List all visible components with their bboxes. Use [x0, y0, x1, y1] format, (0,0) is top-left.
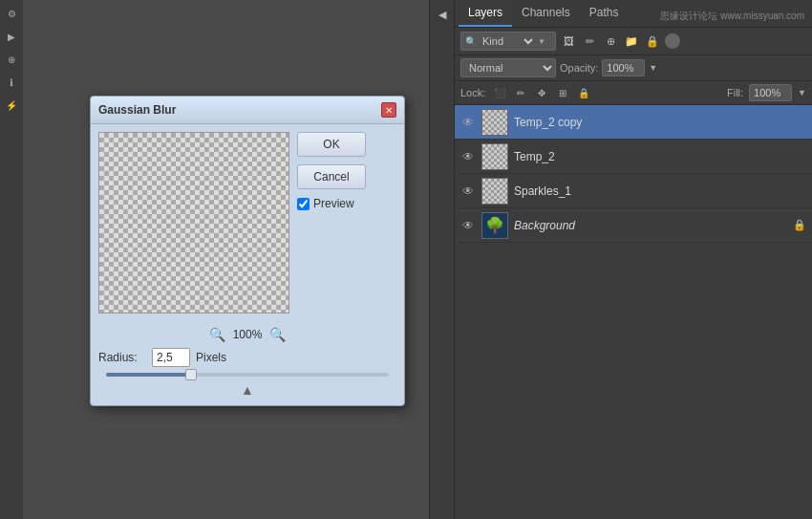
zoom-out-icon[interactable]: 🔍 — [209, 327, 225, 342]
radius-unit: Pixels — [196, 351, 226, 364]
gaussian-blur-dialog: Gaussian Blur ✕ OK Cancel P — [90, 96, 405, 406]
radius-row: Radius: Pixels — [98, 348, 396, 367]
preview-checkbox-row[interactable]: Preview — [297, 197, 354, 210]
watermark: 思缘设计论坛 www.missyuan.com — [656, 6, 808, 27]
left-toolbar: ⚙ ▶ ⊕ ℹ ⚡ — [0, 0, 23, 519]
tab-layers[interactable]: Layers — [459, 0, 512, 27]
preview-label: Preview — [313, 197, 354, 210]
tool-icon-1[interactable]: ⚙ — [2, 4, 21, 23]
lock-bar: Lock: ⬛ ✏ ✥ ⊞ 🔒 Fill: ▼ — [455, 81, 812, 105]
radius-label: Radius: — [98, 351, 146, 364]
dialog-controls: OK Cancel Preview — [297, 132, 366, 314]
ok-button[interactable]: OK — [297, 132, 366, 157]
layer-name-1: Temp_2 copy — [514, 116, 806, 129]
layer-thumbnail-2 — [481, 143, 508, 170]
kind-search-box[interactable]: 🔍 Kind ▼ — [460, 32, 556, 51]
search-icon: 🔍 — [465, 36, 477, 47]
layer-item-temp2copy[interactable]: 👁 Temp_2 copy — [455, 105, 812, 140]
canvas-area: Gaussian Blur ✕ OK Cancel P — [23, 0, 429, 519]
radius-slider-track[interactable] — [106, 373, 389, 377]
radius-slider-container — [98, 373, 396, 377]
lock-all-icon[interactable]: 🔒 — [575, 84, 592, 101]
fill-dropdown-icon: ▼ — [798, 88, 806, 97]
tool-icon-3[interactable]: ⊕ — [2, 50, 21, 69]
tab-channels[interactable]: Channels — [512, 0, 580, 27]
lock-label: Lock: — [460, 87, 485, 98]
blend-bar: Normal Opacity: ▼ — [455, 55, 812, 81]
lock-move-icon[interactable]: ✥ — [533, 84, 550, 101]
kind-dropdown-icon: ▼ — [538, 37, 545, 46]
mini-tool-1[interactable]: ◀ — [432, 4, 453, 25]
panel-tabs: Layers Channels Paths 思缘设计论坛 www.missyua… — [455, 0, 812, 28]
dialog-body: OK Cancel Preview — [91, 124, 404, 321]
layer-name-2: Temp_2 — [514, 150, 806, 163]
layers-search-bar: 🔍 Kind ▼ 🖼 ✏ ⊕ 📁 🔒 — [455, 28, 812, 55]
filter-toggle[interactable] — [665, 33, 680, 49]
zoom-row: 🔍 100% 🔍 — [98, 327, 396, 342]
filter-icon-5[interactable]: 🔒 — [644, 32, 661, 50]
layer-thumbnail-1 — [481, 109, 508, 136]
dialog-titlebar: Gaussian Blur ✕ — [91, 97, 404, 124]
filter-icon-4[interactable]: 📁 — [623, 32, 640, 50]
layer-item-sparkles[interactable]: 👁 Sparkles_1 — [455, 174, 812, 208]
tool-icon-4[interactable]: ℹ — [2, 73, 21, 92]
filter-icons: 🖼 ✏ ⊕ 📁 🔒 — [560, 32, 661, 50]
layer-name-3: Sparkles_1 — [514, 184, 806, 198]
layer-thumbnail-4: 🌳 — [481, 212, 508, 239]
radius-input[interactable] — [152, 348, 190, 367]
layer-tree-icon: 🌳 — [482, 213, 507, 238]
layer-name-4: Background — [514, 219, 787, 232]
right-panel: Layers Channels Paths 思缘设计论坛 www.missyua… — [454, 0, 812, 519]
fill-input[interactable] — [749, 84, 792, 101]
opacity-dropdown-icon: ▼ — [649, 63, 657, 73]
slider-triangle: ▲ — [98, 382, 396, 398]
filter-icon-2[interactable]: ✏ — [581, 32, 598, 50]
layer-visibility-3[interactable]: 👁 — [460, 184, 476, 199]
right-mini-toolbar: ◀ — [429, 0, 454, 519]
cancel-button[interactable]: Cancel — [297, 164, 366, 189]
close-icon: ✕ — [385, 105, 393, 116]
layer-visibility-1[interactable]: 👁 — [460, 115, 476, 130]
lock-artboard-icon[interactable]: ⊞ — [554, 84, 571, 101]
tab-paths[interactable]: Paths — [580, 0, 629, 27]
slider-fill — [106, 373, 191, 377]
close-button[interactable]: ✕ — [381, 102, 396, 118]
dialog-overlay: Gaussian Blur ✕ OK Cancel P — [23, 0, 429, 519]
filter-icon-3[interactable]: ⊕ — [602, 32, 619, 50]
layer-visibility-2[interactable]: 👁 — [460, 149, 476, 164]
kind-select[interactable]: Kind — [479, 34, 536, 48]
dialog-footer: 🔍 100% 🔍 Radius: Pixels — [91, 321, 404, 405]
lock-transparent-icon[interactable]: ⬛ — [491, 84, 508, 101]
opacity-label: Opacity: — [560, 62, 598, 74]
dialog-title: Gaussian Blur — [98, 103, 381, 117]
layer-item-background[interactable]: 👁 🌳 Background 🔒 — [455, 208, 812, 243]
layers-list: 👁 Temp_2 copy 👁 Temp_2 👁 Sparkles_1 👁 🌳 … — [455, 105, 812, 519]
tool-icon-2[interactable]: ▶ — [2, 27, 21, 46]
slider-thumb[interactable] — [185, 369, 197, 380]
layer-visibility-4[interactable]: 👁 — [460, 218, 476, 233]
preview-canvas[interactable] — [98, 132, 289, 314]
opacity-input[interactable] — [602, 59, 645, 76]
layer-item-temp2[interactable]: 👁 Temp_2 — [455, 140, 812, 174]
lock-icons: ⬛ ✏ ✥ ⊞ 🔒 — [491, 84, 592, 101]
preview-checkbox-input[interactable] — [297, 198, 310, 210]
layer-thumbnail-3 — [481, 178, 508, 205]
tool-icon-5[interactable]: ⚡ — [2, 96, 21, 115]
filter-icon-1[interactable]: 🖼 — [560, 32, 577, 50]
zoom-in-icon[interactable]: 🔍 — [269, 327, 286, 342]
blend-mode-select[interactable]: Normal — [460, 58, 556, 77]
fill-label: Fill: — [727, 87, 743, 98]
layer-lock-badge-4: 🔒 — [793, 219, 806, 231]
zoom-percent: 100% — [233, 328, 263, 341]
lock-brush-icon[interactable]: ✏ — [512, 84, 529, 101]
